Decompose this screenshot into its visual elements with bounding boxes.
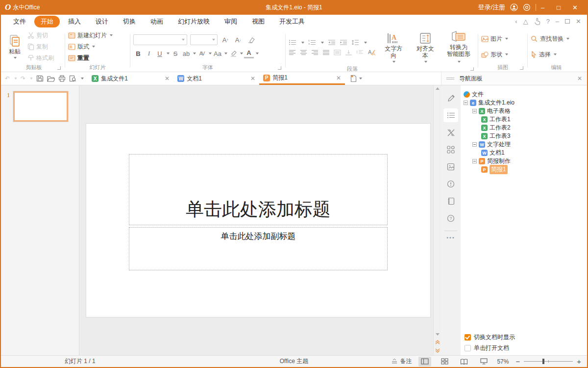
checked-checkbox-icon[interactable]	[465, 334, 471, 341]
menu-transitions[interactable]: 切换	[117, 16, 142, 27]
more-options-icon[interactable]: •••	[446, 235, 455, 240]
close-button[interactable]: ✕	[572, 4, 583, 11]
tree-item-document1[interactable]: W 文档1	[464, 149, 587, 157]
new-document-button[interactable]	[350, 75, 362, 82]
doc-restore-icon[interactable]	[565, 18, 570, 25]
justify-icon[interactable]	[322, 50, 330, 55]
tools-icon[interactable]	[443, 126, 458, 139]
character-spacing-button[interactable]: AV	[197, 48, 207, 59]
picture-button[interactable]: 图片	[481, 34, 508, 44]
help-icon[interactable]: ?	[546, 18, 550, 25]
grow-font-button[interactable]: A↑	[220, 34, 230, 45]
previous-slide-icon[interactable]	[435, 340, 440, 344]
decrease-indent-icon[interactable]	[328, 39, 336, 46]
collapse-ribbon-icon[interactable]: △	[523, 18, 528, 25]
help-circle-icon[interactable]: ?	[443, 211, 458, 225]
font-name-select[interactable]	[133, 34, 187, 45]
canvas-scrollbar[interactable]	[433, 85, 441, 355]
next-slide-icon[interactable]	[435, 348, 440, 353]
tree-item-presentation-section[interactable]: P 简报制作	[464, 157, 587, 165]
shapes-button[interactable]: 形状	[481, 50, 508, 59]
new-slide-button[interactable]: 新建幻灯片	[68, 30, 127, 40]
superscript-button[interactable]: ab	[181, 48, 191, 59]
warning-info-icon[interactable]	[443, 177, 458, 191]
close-tab-icon[interactable]: ✕	[165, 75, 170, 82]
tab-document1[interactable]: W 文档1 ✕	[173, 72, 259, 85]
text-indent-icon[interactable]	[356, 50, 364, 55]
change-case-button[interactable]: Aa	[213, 48, 222, 59]
redo-icon[interactable]: ↷	[21, 75, 25, 82]
menu-view[interactable]: 视图	[245, 16, 271, 27]
doc-close-icon[interactable]: ✕	[576, 18, 581, 25]
panel-drag-handle-icon[interactable]	[446, 78, 454, 79]
checkbox-click-to-open[interactable]: 单击打开文档	[465, 344, 583, 352]
collapse-expander-icon[interactable]	[464, 101, 468, 105]
image-panel-icon[interactable]	[443, 160, 458, 174]
tree-item-integrated-file[interactable]: e 集成文件1.eio	[464, 99, 587, 107]
chevron-left-icon[interactable]: ‹	[515, 18, 517, 25]
underline-button[interactable]: U	[155, 48, 165, 59]
tree-item-sheet2[interactable]: X 工作表2	[464, 124, 587, 132]
zoom-slider[interactable]: − +	[515, 357, 581, 366]
save-icon[interactable]	[36, 75, 44, 82]
scroll-down-icon[interactable]	[436, 333, 440, 336]
zoom-track[interactable]	[524, 361, 573, 362]
font-size-select[interactable]	[190, 34, 218, 45]
pinyin-guide-icon[interactable]: AA	[368, 49, 376, 56]
distribute-icon[interactable]	[334, 50, 341, 55]
slideshow-view-button[interactable]	[477, 357, 490, 367]
menu-devtools[interactable]: 开发工具	[273, 16, 311, 27]
title-placeholder[interactable]: 单击此处添加标题	[129, 154, 388, 225]
tab-integrated-file[interactable]: X 集成文件1 ✕	[88, 72, 173, 85]
tree-item-presentation1[interactable]: P 简报1	[464, 165, 587, 174]
menu-design[interactable]: 设计	[89, 16, 115, 27]
notebook-icon[interactable]	[443, 194, 458, 208]
tree-item-spreadsheet-section[interactable]: X 电子表格	[464, 107, 587, 115]
font-color-button[interactable]: A	[244, 49, 254, 58]
tab-presentation1[interactable]: P 简报1 ✕	[259, 72, 345, 85]
menu-file[interactable]: 文件	[7, 16, 32, 27]
collapse-expander-icon[interactable]	[472, 109, 477, 113]
tree-item-sheet1[interactable]: X 工作表1	[464, 115, 587, 124]
align-left-icon[interactable]	[289, 50, 296, 55]
apps-grid-icon[interactable]	[443, 143, 458, 157]
align-center-icon[interactable]	[300, 50, 307, 55]
find-replace-button[interactable]: 查找替换	[531, 34, 569, 44]
line-spacing-icon[interactable]	[351, 39, 359, 46]
minimize-button[interactable]: –	[541, 4, 552, 11]
zoom-out-button[interactable]: −	[515, 357, 520, 366]
highlight-color-button[interactable]	[228, 48, 238, 59]
layout-button[interactable]: 版式	[68, 42, 127, 52]
menu-slideshow[interactable]: 幻灯片放映	[172, 16, 216, 27]
align-text-button[interactable]: 对齐文本	[411, 31, 439, 64]
collapse-expander-icon[interactable]	[472, 159, 477, 163]
font-dialog-launcher[interactable]	[278, 66, 281, 70]
normal-view-button[interactable]	[418, 357, 431, 367]
clear-format-icon[interactable]	[246, 34, 256, 45]
italic-button[interactable]: I	[144, 48, 154, 59]
align-bottom-icon[interactable]	[345, 50, 352, 55]
edit-pencil-icon[interactable]	[443, 91, 458, 105]
checkbox-show-on-switch[interactable]: 切换文档时显示	[465, 333, 583, 342]
print-icon[interactable]	[58, 75, 66, 82]
doc-minimize-icon[interactable]: –	[556, 18, 559, 25]
strikethrough-button[interactable]: S	[171, 48, 180, 59]
tree-item-wordprocessing-section[interactable]: W 文字处理	[464, 140, 587, 149]
reading-view-button[interactable]	[458, 357, 470, 367]
collapse-expander-icon[interactable]	[472, 142, 477, 147]
slide-sorter-view-button[interactable]	[438, 357, 451, 367]
clipboard-dialog-launcher[interactable]	[57, 66, 61, 70]
open-icon[interactable]	[47, 76, 55, 82]
user-avatar-icon[interactable]	[510, 3, 518, 11]
close-tab-icon[interactable]: ✕	[250, 75, 255, 82]
settings-icon[interactable]	[523, 3, 531, 11]
tree-item-sheet3[interactable]: X 工作表3	[464, 132, 587, 140]
cut-button[interactable]: 剪切	[27, 30, 54, 40]
navigation-list-icon[interactable]	[443, 108, 458, 122]
unchecked-checkbox-icon[interactable]	[465, 345, 471, 351]
menu-animations[interactable]: 动画	[144, 16, 170, 27]
copy-button[interactable]: 复制	[27, 42, 54, 52]
nav-panel-close-icon[interactable]: ✕	[577, 75, 582, 82]
slide-thumbnail[interactable]	[13, 91, 68, 122]
reset-slide-button[interactable]: 重置	[68, 53, 127, 63]
